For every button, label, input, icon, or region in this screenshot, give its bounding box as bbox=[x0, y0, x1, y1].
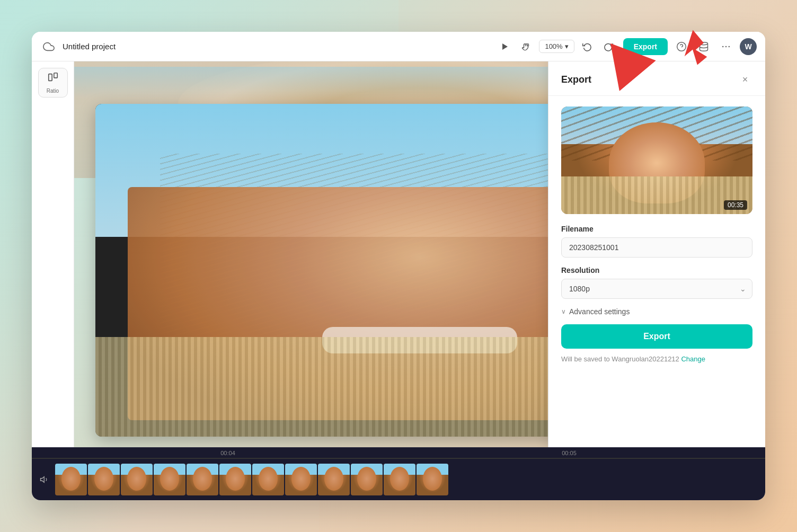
advanced-settings-toggle[interactable]: ∨ Advanced settings bbox=[561, 307, 752, 316]
timeline-timestamps-row: 00:04 00:05 bbox=[32, 447, 765, 458]
frame-8 bbox=[285, 464, 317, 495]
frame-11 bbox=[384, 464, 415, 495]
svg-point-6 bbox=[729, 46, 730, 47]
main-content: Ratio bbox=[32, 61, 765, 447]
frame-12 bbox=[417, 464, 448, 495]
timestamp-2: 00:05 bbox=[398, 450, 740, 456]
export-panel: Export × 00:35 Filename bbox=[548, 61, 765, 447]
frame-3 bbox=[121, 464, 153, 495]
timeline bbox=[32, 458, 765, 500]
filename-group: Filename bbox=[561, 225, 752, 258]
frame-7 bbox=[252, 464, 284, 495]
export-panel-body: 00:35 Filename Resolution 720p 1080p 2K bbox=[548, 96, 765, 447]
volume-icon[interactable] bbox=[36, 471, 53, 488]
export-action-button[interactable]: Export bbox=[561, 324, 752, 349]
change-destination-link[interactable]: Change bbox=[681, 355, 705, 363]
ratio-icon bbox=[47, 72, 59, 86]
ratio-tool[interactable]: Ratio bbox=[38, 68, 68, 97]
ratio-label: Ratio bbox=[47, 88, 59, 94]
export-button[interactable]: Export bbox=[623, 38, 668, 55]
resolution-group: Resolution 720p 1080p 2K 4K ⌄ bbox=[561, 266, 752, 299]
export-thumbnail: 00:35 bbox=[561, 107, 752, 214]
frame-9 bbox=[318, 464, 350, 495]
project-title: Untitled project bbox=[63, 42, 116, 51]
svg-marker-0 bbox=[502, 43, 508, 50]
save-text: Will be saved to Wangruolan20221212 bbox=[561, 355, 679, 363]
toolbar: Untitled project 100% ▾ bbox=[32, 32, 765, 61]
svg-point-1 bbox=[677, 42, 686, 51]
advanced-chevron-icon: ∨ bbox=[561, 308, 566, 315]
timestamp-1: 00:04 bbox=[57, 450, 398, 456]
help-icon[interactable] bbox=[673, 38, 690, 55]
toolbar-center: 100% ▾ bbox=[497, 38, 616, 55]
hand-tool-button[interactable] bbox=[518, 38, 535, 55]
frame-1 bbox=[55, 464, 87, 495]
thumbnail-duration: 00:35 bbox=[724, 200, 747, 210]
svg-marker-9 bbox=[41, 477, 45, 483]
export-panel-title: Export bbox=[561, 74, 591, 85]
advanced-settings-label: Advanced settings bbox=[569, 307, 630, 316]
storage-icon[interactable] bbox=[695, 38, 712, 55]
left-sidebar: Ratio bbox=[32, 61, 74, 447]
svg-point-3 bbox=[700, 42, 708, 45]
resolution-select[interactable]: 720p 1080p 2K 4K bbox=[561, 279, 752, 299]
svg-rect-8 bbox=[54, 73, 57, 78]
frame-4 bbox=[154, 464, 185, 495]
more-options-icon[interactable] bbox=[718, 38, 734, 55]
undo-button[interactable] bbox=[579, 38, 596, 55]
svg-rect-7 bbox=[48, 74, 51, 81]
frame-5 bbox=[187, 464, 218, 495]
frame-10 bbox=[351, 464, 383, 495]
toolbar-right: Export bbox=[623, 38, 757, 55]
play-button[interactable] bbox=[497, 38, 513, 55]
frame-2 bbox=[88, 464, 120, 495]
frame-6 bbox=[219, 464, 251, 495]
svg-point-4 bbox=[722, 46, 724, 47]
save-destination: Will be saved to Wangruolan20221212 Chan… bbox=[561, 355, 752, 363]
svg-point-5 bbox=[725, 46, 727, 47]
app-window: Untitled project 100% ▾ bbox=[32, 32, 765, 500]
zoom-selector[interactable]: 100% ▾ bbox=[539, 40, 574, 53]
toolbar-left: Untitled project bbox=[40, 38, 490, 55]
user-avatar[interactable]: W bbox=[740, 38, 757, 55]
resolution-select-wrapper: 720p 1080p 2K 4K ⌄ bbox=[561, 279, 752, 299]
timeline-frames bbox=[55, 464, 761, 495]
resolution-label: Resolution bbox=[561, 266, 752, 274]
filename-label: Filename bbox=[561, 225, 752, 233]
close-export-panel-button[interactable]: × bbox=[738, 72, 752, 87]
export-panel-header: Export × bbox=[548, 61, 765, 96]
cloud-save-icon[interactable] bbox=[40, 38, 57, 55]
filename-input[interactable] bbox=[561, 237, 752, 258]
zoom-level: 100% bbox=[545, 42, 562, 50]
redo-button[interactable] bbox=[600, 38, 617, 55]
